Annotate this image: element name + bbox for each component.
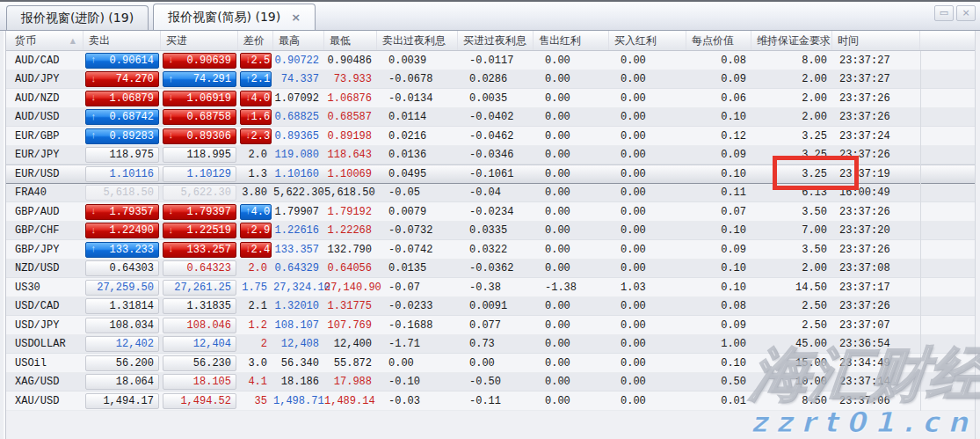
column-header[interactable]: 最高	[273, 31, 324, 50]
quote-row[interactable]: USDOLLAR 12,402 12,404 2 12,408 12,400 -…	[6, 335, 980, 355]
sell-price-button[interactable]: 56.200	[85, 355, 159, 371]
buy-price-button[interactable]: ↓0.90639	[163, 53, 236, 69]
sell-price-button[interactable]: ↓1.22490	[85, 223, 159, 238]
trend-arrow-icon: ↓	[241, 55, 251, 65]
column-header[interactable]: 时间	[832, 31, 920, 50]
buy-price-button[interactable]: 56.230	[163, 355, 236, 371]
sell-price-button[interactable]: 12,402	[85, 336, 159, 352]
spread-value: 2.1	[240, 298, 272, 314]
column-header[interactable]: 货币▲	[6, 31, 83, 50]
pip-value: 0.09	[686, 244, 751, 256]
quote-row[interactable]: AUD/CAD ↑0.90614 ↓0.90639 ↓2.5 0.90722 0…	[6, 51, 980, 70]
quote-row[interactable]: AUD/JPY ↓74.270 ↑74.291 ↑2.1 74.337 73.9…	[6, 70, 980, 90]
buy-price-button[interactable]: 108.046	[163, 318, 236, 333]
currency-pair-label: EUR/USD	[6, 168, 83, 180]
pip-value: 0.08	[686, 300, 751, 312]
quote-row[interactable]: XAU/USD 1,494.17 1,494.52 35 1,498.71 1,…	[6, 391, 980, 411]
sell-price-button[interactable]: ↑0.89283	[85, 128, 159, 144]
margin-requirement: 2.00	[751, 262, 832, 274]
sell-dividend: 0.00	[534, 187, 609, 199]
buy-dividend: 1.03	[609, 282, 686, 294]
sell-price-button[interactable]: 18.064	[85, 374, 159, 390]
buy-overnight-interest: 0.00	[458, 357, 534, 369]
sell-price-button[interactable]: 5,618.50	[85, 185, 159, 201]
quote-row[interactable]: US30 27,259.50 27,261.25 1.75 27,324.10 …	[6, 278, 980, 297]
sell-price-button[interactable]: ↓1.06879	[85, 91, 159, 106]
quote-row[interactable]: GBP/JPY ↑133.233 ↓133.257 ↓2.4 133.357 1…	[6, 240, 980, 260]
sell-price-button[interactable]: ↑133.233	[85, 242, 159, 258]
high-value: 1.10160	[273, 168, 324, 180]
column-header[interactable]: 维持保证金要求	[751, 31, 832, 50]
column-header[interactable]: 买入红利	[609, 31, 686, 50]
sell-price-button[interactable]: 1,494.17	[85, 393, 159, 409]
row-filler	[920, 222, 980, 241]
sell-price-button[interactable]: 27,259.50	[85, 280, 159, 296]
trend-arrow-icon: ↑	[86, 131, 97, 141]
sell-price-button[interactable]: ↓74.270	[85, 71, 159, 87]
sell-price-button[interactable]: 118.975	[85, 147, 159, 163]
sell-price-button[interactable]: 1.10116	[85, 166, 159, 182]
buy-price-button[interactable]: ↓1.22519	[163, 223, 236, 238]
quote-row[interactable]: GBP/CHF ↓1.22490 ↓1.22519 ↓2.9 1.22616 1…	[6, 222, 980, 241]
buy-price-button[interactable]: ↓0.68758	[163, 109, 236, 125]
buy-price-button[interactable]: 27,261.25	[163, 280, 236, 296]
column-header[interactable]: 卖出过夜利息	[377, 31, 458, 50]
column-header[interactable]: 卖出	[83, 31, 161, 50]
buy-price-button[interactable]: 1.31835	[163, 298, 236, 314]
high-value: 27,324.10	[273, 282, 324, 294]
column-header[interactable]: 售出红利	[534, 31, 609, 50]
buy-price-button[interactable]: ↓1.06919	[163, 91, 236, 106]
quote-time: 23:37:20	[832, 224, 920, 237]
quote-row[interactable]: USD/JPY 108.034 108.046 1.2 108.107 107.…	[6, 316, 980, 335]
row-filler	[920, 354, 980, 373]
buy-price-button[interactable]: 1.10129	[163, 166, 236, 182]
buy-price-button[interactable]: ↓0.89306	[163, 128, 236, 144]
tab-quotes-advanced[interactable]: 报价视窗(进阶) (19)	[6, 5, 149, 30]
buy-price-button[interactable]: 0.64323	[163, 260, 236, 276]
low-value: 0.89198	[324, 130, 377, 143]
sell-price-button[interactable]: ↑0.90614	[85, 53, 159, 69]
row-filler	[920, 335, 980, 355]
currency-pair-label: FRA40	[6, 187, 83, 199]
quote-row[interactable]: FRA40 5,618.50 5,622.30 3.80 5,622.30 5,…	[6, 184, 980, 203]
maximize-button[interactable]: ▭	[934, 5, 954, 21]
sell-price-button[interactable]: 0.64303	[85, 260, 159, 276]
buy-overnight-interest: 0.0286	[458, 73, 534, 85]
tab-quotes-simple[interactable]: 报价视窗(简易) (19) ×	[153, 4, 316, 30]
close-button[interactable]: ×	[956, 5, 976, 21]
quote-row[interactable]: USD/CAD 1.31814 1.31835 2.1 1.32010 1.31…	[6, 297, 980, 317]
sell-price-button[interactable]: ↓1.79357	[85, 204, 159, 220]
quote-row[interactable]: EUR/JPY 118.975 118.995 2.0 119.080 118.…	[6, 146, 980, 165]
quote-row[interactable]: EUR/USD 1.10116 1.10129 1.3 1.10160 1.10…	[6, 165, 980, 184]
quote-row[interactable]: EUR/GBP ↑0.89283 ↓0.89306 ↓2.3 0.89365 0…	[6, 127, 980, 146]
buy-price-button[interactable]: 118.995	[163, 147, 236, 163]
buy-dividend: 0.00	[609, 395, 686, 407]
sell-price-button[interactable]: ↑0.68742	[85, 109, 159, 125]
column-header[interactable]: 差价	[238, 31, 273, 50]
quote-row[interactable]: GBP/AUD ↓1.79357 ↓1.79397 ↑4.0 1.79907 1…	[6, 202, 980, 222]
column-header[interactable]: 最低	[324, 31, 377, 50]
quote-row[interactable]: XAG/USD 18.064 18.105 4.1 18.186 17.988 …	[6, 373, 980, 392]
quote-row[interactable]: AUD/NZD ↓1.06879 ↓1.06919 ↓4.0 1.07092 1…	[6, 89, 980, 108]
column-header[interactable]: 买进	[161, 31, 238, 50]
buy-price-button[interactable]: ↓1.79397	[163, 204, 236, 220]
sell-price-button[interactable]: 108.034	[85, 318, 159, 333]
buy-price-button[interactable]: ↓133.257	[163, 242, 236, 258]
buy-price-button[interactable]: 5,622.30	[163, 185, 236, 201]
quote-row[interactable]: USOil 56.200 56.230 3.0 56.340 55.872 0.…	[6, 354, 980, 373]
buy-price-button[interactable]: 1,494.52	[163, 393, 236, 409]
quote-row[interactable]: AUD/USD ↑0.68742 ↓0.68758 ↓1.6 0.68825 0…	[6, 108, 980, 128]
buy-price-button[interactable]: ↑74.291	[163, 71, 236, 87]
tab-close-icon[interactable]: ×	[291, 11, 301, 24]
column-header[interactable]: 买进过夜利息	[458, 31, 534, 50]
quote-time: 23:37:26	[832, 111, 920, 123]
trend-arrow-icon: ↓	[86, 207, 97, 216]
buy-price-button[interactable]: 12,404	[163, 336, 236, 352]
buy-overnight-interest: -0.0402	[458, 111, 534, 123]
column-header[interactable]: 每点价值	[686, 31, 751, 50]
pip-value: 0.09	[686, 319, 751, 332]
buy-price-button[interactable]: 18.105	[163, 374, 236, 390]
sell-price-button[interactable]: 1.31814	[85, 298, 159, 314]
buy-overnight-interest: -0.38	[458, 282, 534, 294]
quote-row[interactable]: NZD/USD 0.64303 0.64323 2.0 0.64329 0.64…	[6, 260, 980, 279]
